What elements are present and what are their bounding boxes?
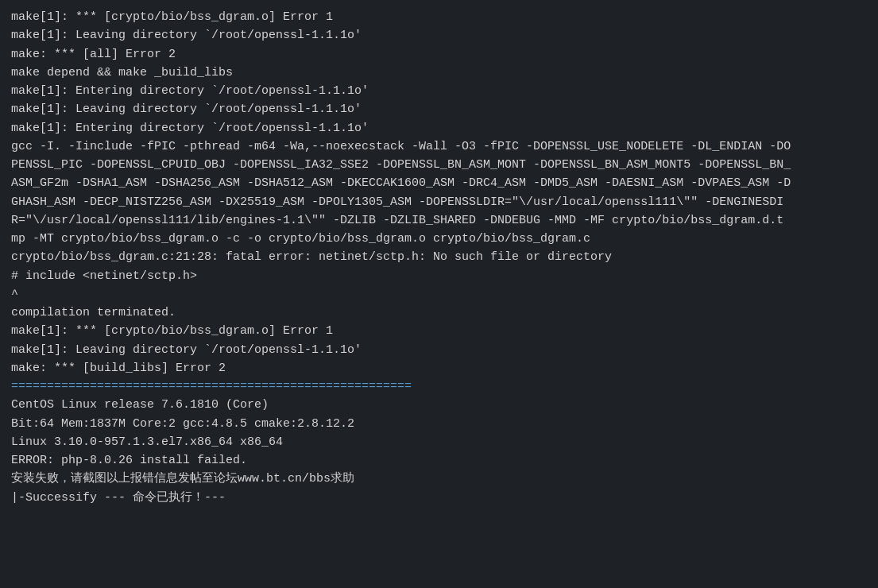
terminal-line-21: |-Successify --- 命令已执行！--- <box>11 491 226 505</box>
terminal-line-6: make[1]: Entering directory `/root/opens… <box>11 122 369 135</box>
terminal-line-14: make: *** [build_libs] Error 2 <box>11 362 226 375</box>
terminal-line-18: Linux 3.10.0-957.1.3.el7.x86_64 x86_64 <box>11 435 283 449</box>
terminal-line-10: ^ <box>11 288 18 301</box>
terminal-line-20: 安装失败，请截图以上报错信息发帖至论坛www.bt.cn/bbs求助 <box>11 472 354 485</box>
terminal-line-1: make[1]: Leaving directory `/root/openss… <box>11 29 362 42</box>
terminal-line-5: make[1]: Leaving directory `/root/openss… <box>11 103 362 116</box>
terminal-line-3: make depend && make _build_libs <box>11 66 233 79</box>
terminal-line-12: make[1]: *** [crypto/bio/bss_dgram.o] Er… <box>11 324 333 338</box>
terminal-line-0: make[1]: *** [crypto/bio/bss_dgram.o] Er… <box>11 10 333 24</box>
terminal-line-7: gcc -I. -Iinclude -fPIC -pthread -m64 -W… <box>11 140 791 246</box>
terminal-line-2: make: *** [all] Error 2 <box>11 48 176 61</box>
terminal-line-9: # include <netinet/sctp.h> <box>11 269 197 283</box>
terminal-line-19: ERROR: php-8.0.26 install failed. <box>11 454 247 467</box>
terminal-line-17: Bit:64 Mem:1837M Core:2 gcc:4.8.5 cmake:… <box>11 417 354 431</box>
terminal-line-15: ========================================… <box>11 380 412 393</box>
terminal-line-16: CentOS Linux release 7.6.1810 (Core) <box>11 398 269 412</box>
terminal-line-13: make[1]: Leaving directory `/root/openss… <box>11 343 362 357</box>
terminal-line-4: make[1]: Entering directory `/root/opens… <box>11 84 369 98</box>
terminal-output: make[1]: *** [crypto/bio/bss_dgram.o] Er… <box>11 8 867 507</box>
terminal-window: make[1]: *** [crypto/bio/bss_dgram.o] Er… <box>0 0 878 588</box>
terminal-line-11: compilation terminated. <box>11 306 176 319</box>
terminal-line-8: crypto/bio/bss_dgram.c:21:28: fatal erro… <box>11 250 612 264</box>
